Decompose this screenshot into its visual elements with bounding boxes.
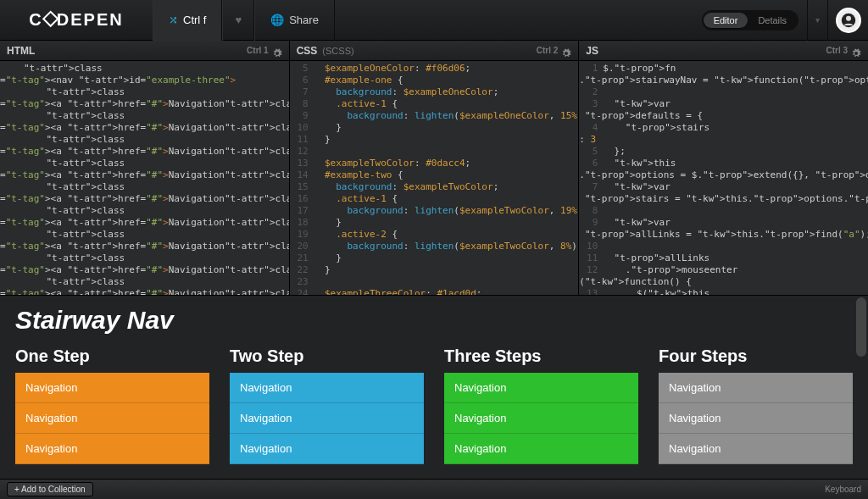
panel-html-title: HTML: [7, 41, 35, 61]
nav-link[interactable]: Navigation: [15, 434, 209, 464]
nav-list: NavigationNavigationNavigation: [659, 373, 853, 464]
globe-icon: 🌐: [270, 14, 284, 26]
scrollbar-thumb[interactable]: [856, 297, 866, 357]
nav-link[interactable]: Navigation: [444, 434, 638, 464]
preview-column: Four StepsNavigationNavigationNavigation: [659, 347, 853, 464]
panel-js-head[interactable]: JS Ctrl 3: [579, 41, 868, 61]
nav-link[interactable]: Navigation: [230, 434, 424, 464]
nav-list: NavigationNavigationNavigation: [15, 373, 209, 464]
nav-link[interactable]: Navigation: [15, 373, 209, 403]
codepen-logo[interactable]: CDEPEN: [0, 0, 153, 41]
panel-js: JS Ctrl 3 1$."t-prop">fn."t-prop">stairw…: [579, 41, 868, 295]
footer: + Add to Collection Keyboard: [0, 479, 868, 499]
header: CDEPEN ⤮ Ctrl f ♥ 🌐 Share Editor Details…: [0, 0, 868, 41]
gear-icon[interactable]: [272, 46, 282, 56]
nav-list: NavigationNavigationNavigation: [444, 373, 638, 464]
keyboard-link[interactable]: Keyboard: [825, 485, 861, 494]
panel-css-shortcut: Ctrl 2: [537, 41, 559, 61]
avatar-icon: [836, 8, 861, 33]
heart-button[interactable]: ♥: [222, 0, 254, 41]
avatar-button[interactable]: [827, 0, 868, 41]
editor-panels: HTML Ctrl 1 "t-attr">class="t-tag"><nav …: [0, 41, 868, 296]
toggle-details[interactable]: Details: [748, 13, 797, 28]
panel-css-lang: (SCSS): [322, 41, 353, 61]
svg-point-1: [846, 15, 851, 20]
nav-link[interactable]: Navigation: [659, 434, 853, 464]
gear-icon[interactable]: [851, 46, 861, 56]
column-heading: One Step: [15, 347, 209, 366]
panel-html-shortcut: Ctrl 1: [247, 41, 269, 61]
column-heading: Four Steps: [659, 347, 853, 366]
column-heading: Two Step: [230, 347, 424, 366]
nav-link[interactable]: Navigation: [659, 373, 853, 403]
toggle-editor[interactable]: Editor: [704, 13, 748, 28]
share-label: Share: [289, 14, 319, 26]
panel-css-title: CSS: [297, 41, 318, 61]
nav-link[interactable]: Navigation: [444, 373, 638, 403]
panel-js-shortcut: Ctrl 3: [826, 41, 848, 61]
shuffle-icon: ⤮: [169, 14, 178, 26]
preview-pane: Stairway Nav One StepNavigationNavigatio…: [0, 296, 868, 479]
nav-list: NavigationNavigationNavigation: [230, 373, 424, 464]
panel-css: CSS (SCSS) Ctrl 2 5 $exampleOneColor: #f…: [290, 41, 580, 295]
code-html[interactable]: "t-attr">class="t-tag"><nav "t-attr">id=…: [0, 61, 289, 295]
nav-link[interactable]: Navigation: [230, 373, 424, 403]
fork-button[interactable]: ⤮ Ctrl f: [153, 0, 222, 41]
panel-html-head[interactable]: HTML Ctrl 1: [0, 41, 289, 61]
share-button[interactable]: 🌐 Share: [254, 0, 335, 41]
nav-link[interactable]: Navigation: [230, 403, 424, 434]
column-heading: Three Steps: [444, 347, 638, 366]
panel-html: HTML Ctrl 1 "t-attr">class="t-tag"><nav …: [0, 41, 290, 295]
preview-column: Two StepNavigationNavigationNavigation: [230, 347, 424, 464]
nav-link[interactable]: Navigation: [15, 403, 209, 434]
code-js[interactable]: 1$."t-prop">fn."t-prop">stairwayNav = "t…: [579, 61, 868, 295]
code-css[interactable]: 5 $exampleOneColor: #f06d06;6 #example-o…: [290, 61, 579, 295]
add-to-collection-button[interactable]: + Add to Collection: [7, 482, 93, 496]
heart-icon: ♥: [235, 14, 242, 26]
header-dropdown[interactable]: ▾: [807, 0, 827, 41]
preview-title: Stairway Nav: [15, 306, 853, 335]
view-toggle: Editor Details: [702, 10, 798, 30]
fork-label: Ctrl f: [183, 14, 206, 26]
panel-css-head[interactable]: CSS (SCSS) Ctrl 2: [290, 41, 579, 61]
nav-link[interactable]: Navigation: [659, 403, 853, 434]
gear-icon[interactable]: [561, 46, 571, 56]
panel-js-title: JS: [586, 41, 598, 61]
preview-column: One StepNavigationNavigationNavigation: [15, 347, 209, 464]
nav-link[interactable]: Navigation: [444, 403, 638, 434]
preview-column: Three StepsNavigationNavigationNavigatio…: [444, 347, 638, 464]
